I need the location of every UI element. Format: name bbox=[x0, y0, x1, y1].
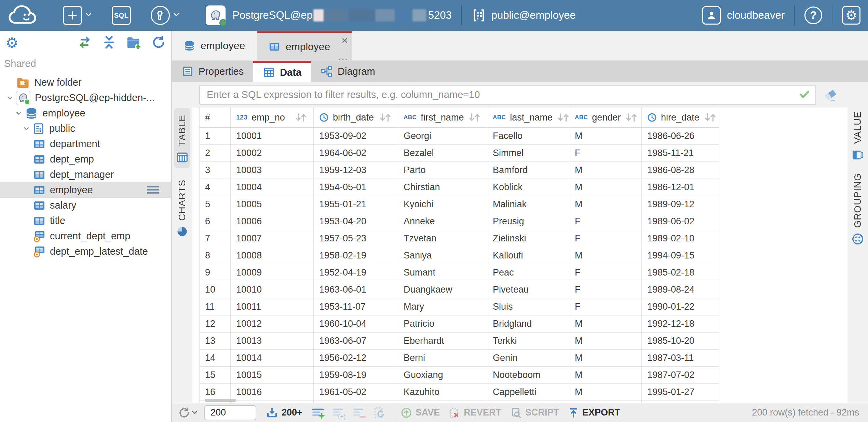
presentation-table-tab[interactable]: TABLE bbox=[174, 108, 190, 168]
data-cell[interactable]: 1955-01-21 bbox=[314, 196, 398, 213]
data-cell[interactable]: 10008 bbox=[231, 247, 314, 264]
tree-item-dept-emp-latest-date[interactable]: dept_emp_latest_date bbox=[0, 244, 171, 259]
sql-filter-field[interactable] bbox=[199, 85, 816, 105]
data-cell[interactable]: 1953-09-02 bbox=[314, 128, 398, 145]
data-cell[interactable]: 1964-06-02 bbox=[314, 145, 398, 162]
data-cell[interactable]: 10006 bbox=[231, 213, 314, 230]
data-cell[interactable]: Bridgland bbox=[487, 315, 569, 333]
tree-item-department[interactable]: department bbox=[0, 136, 171, 152]
column-header-first_name[interactable]: ABCfirst_name bbox=[398, 108, 487, 128]
data-cell[interactable]: Saniya bbox=[398, 247, 487, 264]
tree-item-current-dept-emp[interactable]: current_dept_emp bbox=[0, 228, 171, 244]
data-cell[interactable]: 1963-06-07 bbox=[314, 333, 398, 350]
data-cell[interactable]: Georgi bbox=[398, 128, 487, 145]
sql-filter-input[interactable] bbox=[206, 89, 798, 101]
tab-employee-database[interactable]: employee bbox=[172, 31, 257, 60]
data-cell[interactable]: Preusig bbox=[487, 213, 569, 230]
data-cell[interactable]: Facello bbox=[487, 128, 569, 145]
data-cell[interactable]: Nooteboom bbox=[487, 367, 569, 384]
data-cell[interactable]: Tzvetan bbox=[398, 230, 487, 247]
data-cell[interactable]: 1990-01-22 bbox=[642, 298, 719, 315]
column-header-row-number[interactable]: # bbox=[199, 108, 231, 128]
data-cell[interactable]: Patricio bbox=[398, 315, 487, 333]
auto-refresh-button[interactable] bbox=[373, 406, 386, 419]
data-cell[interactable]: Cappelletti bbox=[487, 384, 569, 401]
sync-connection-icon[interactable] bbox=[78, 35, 92, 51]
save-button[interactable]: SAVE bbox=[401, 407, 440, 419]
tree-item-employee[interactable]: employee bbox=[0, 106, 171, 121]
new-connection-button[interactable] bbox=[63, 6, 92, 25]
data-cell[interactable]: Bamford bbox=[487, 162, 569, 179]
data-cell[interactable]: M bbox=[569, 162, 642, 179]
data-cell[interactable]: M bbox=[569, 196, 642, 213]
sort-arrows-icon[interactable] bbox=[375, 112, 392, 123]
data-cell[interactable]: 10004 bbox=[231, 179, 314, 196]
data-cell[interactable]: 1986-12-01 bbox=[642, 179, 719, 196]
data-cell[interactable]: Simmel bbox=[487, 145, 569, 162]
data-cell[interactable]: 1992-12-18 bbox=[642, 315, 719, 333]
refresh-result-button[interactable] bbox=[178, 407, 198, 419]
duplicate-row-button[interactable]: (+) bbox=[332, 406, 345, 420]
data-cell[interactable]: F bbox=[569, 213, 642, 230]
refresh-tree-icon[interactable] bbox=[151, 35, 166, 51]
data-cell[interactable]: 1989-08-24 bbox=[642, 281, 719, 298]
help-button[interactable]: ? bbox=[804, 6, 822, 24]
fetch-size-input[interactable] bbox=[204, 405, 256, 420]
value-panel-tab[interactable]: VALUE bbox=[851, 111, 864, 161]
export-button[interactable]: EXPORT bbox=[568, 407, 620, 418]
data-cell[interactable]: Terkki bbox=[487, 333, 569, 350]
tab-more-icon[interactable]: ... bbox=[338, 54, 348, 60]
data-cell[interactable]: 1954-05-01 bbox=[314, 179, 398, 196]
data-cell[interactable]: F bbox=[569, 264, 642, 281]
chevron-down-icon[interactable] bbox=[21, 124, 31, 133]
data-cell[interactable]: 10012 bbox=[231, 315, 314, 333]
data-cell[interactable]: 1957-05-23 bbox=[314, 230, 398, 247]
column-header-birth_date[interactable]: birth_date bbox=[314, 108, 398, 128]
data-cell[interactable]: F bbox=[569, 230, 642, 247]
data-cell[interactable]: 10009 bbox=[231, 264, 314, 281]
data-cell[interactable]: 1952-04-19 bbox=[314, 264, 398, 281]
data-cell[interactable]: 1961-05-02 bbox=[314, 384, 398, 401]
tab-employee-table[interactable]: employee × ... bbox=[257, 31, 352, 60]
data-cell[interactable]: Kalloufi bbox=[487, 247, 569, 264]
data-cell[interactable]: F bbox=[569, 145, 642, 162]
data-cell[interactable]: F bbox=[569, 298, 642, 315]
data-cell[interactable]: Anneke bbox=[398, 213, 487, 230]
data-cell[interactable]: Bezalel bbox=[398, 145, 487, 162]
sort-arrows-icon[interactable] bbox=[700, 112, 717, 123]
data-cell[interactable]: 1986-06-26 bbox=[642, 128, 719, 145]
data-cell[interactable]: Berni bbox=[398, 350, 487, 367]
data-cell[interactable]: 1987-07-02 bbox=[642, 367, 719, 384]
tree-item-postgresql-ep-hidden-[interactable]: PostgreSQL@ep-hidden-... bbox=[0, 90, 171, 106]
user-menu[interactable]: cloudbeaver bbox=[702, 6, 785, 25]
chevron-down-icon[interactable] bbox=[14, 109, 24, 118]
data-cell[interactable]: 10001 bbox=[231, 128, 314, 145]
data-cell[interactable]: M bbox=[569, 367, 642, 384]
data-cell[interactable]: 1987-03-11 bbox=[642, 350, 719, 367]
data-cell[interactable]: 1989-06-02 bbox=[642, 213, 719, 230]
data-cell[interactable]: 1956-02-12 bbox=[314, 350, 398, 367]
data-cell[interactable]: 1953-11-07 bbox=[314, 298, 398, 315]
data-cell[interactable]: 10015 bbox=[231, 367, 314, 384]
data-cell[interactable]: Koblick bbox=[487, 179, 569, 196]
close-icon[interactable]: × bbox=[341, 35, 348, 46]
data-cell[interactable]: M bbox=[569, 315, 642, 333]
data-cell[interactable]: 1995-01-27 bbox=[642, 384, 719, 401]
data-cell[interactable]: M bbox=[569, 128, 642, 145]
tab-properties[interactable]: Properties bbox=[172, 61, 253, 82]
data-cell[interactable]: 10007 bbox=[231, 230, 314, 247]
tab-diagram[interactable]: Diagram bbox=[311, 61, 385, 82]
data-cell[interactable]: Peac bbox=[487, 264, 569, 281]
presentation-charts-tab[interactable]: CHARTS bbox=[176, 180, 188, 238]
active-connection[interactable]: PostgreSQL@ep 5203 bbox=[206, 5, 452, 25]
data-cell[interactable]: M bbox=[569, 333, 642, 350]
data-cell[interactable]: Piveteau bbox=[487, 281, 569, 298]
data-cell[interactable]: 1989-09-12 bbox=[642, 196, 719, 213]
data-cell[interactable]: 1994-09-15 bbox=[642, 247, 719, 264]
tree-item-dept-manager[interactable]: dept_manager bbox=[0, 167, 171, 182]
data-cell[interactable]: Sluis bbox=[487, 298, 569, 315]
sort-arrows-icon[interactable] bbox=[621, 112, 638, 123]
script-button[interactable]: SCRIPT bbox=[510, 407, 559, 419]
data-cell[interactable]: 1986-08-28 bbox=[642, 162, 719, 179]
data-cell[interactable]: M bbox=[569, 247, 642, 264]
